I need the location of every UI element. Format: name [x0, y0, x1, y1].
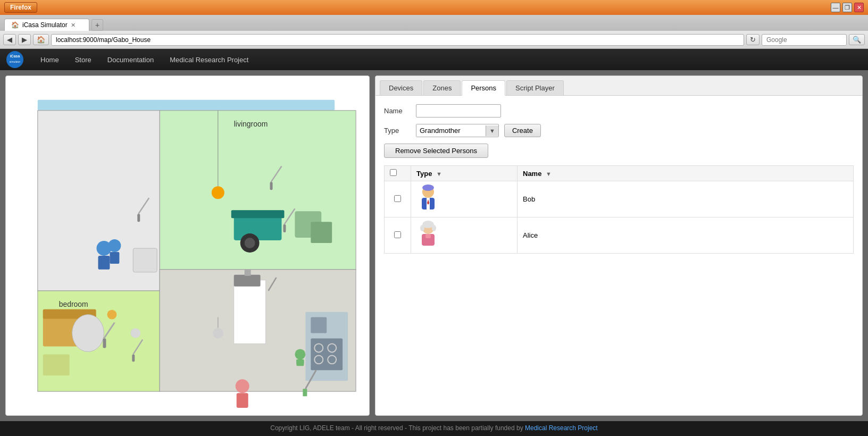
search-button[interactable]: 🔍 — [849, 34, 865, 45]
firefox-menu-button[interactable]: Firefox — [4, 2, 37, 13]
nav-documentation[interactable]: Documentation — [107, 56, 154, 64]
browser-titlebar: Firefox — ❐ ✕ — [0, 0, 868, 15]
svg-rect-17 — [311, 317, 327, 333]
name-input[interactable] — [416, 104, 501, 118]
create-button[interactable]: Create — [504, 124, 541, 137]
bob-name-cell: Bob — [518, 181, 854, 217]
svg-rect-35 — [245, 270, 251, 276]
type-select[interactable]: Grandmother Father Mother Child — [416, 124, 486, 137]
alice-name-cell: Alice — [518, 217, 854, 254]
livingroom-label: livingroom — [234, 120, 268, 128]
svg-point-27 — [212, 186, 224, 199]
svg-rect-51 — [132, 354, 135, 362]
home-button[interactable]: 🏠 — [33, 34, 49, 45]
footer-link[interactable]: Medical Research Project — [525, 424, 598, 432]
svg-rect-55 — [303, 389, 307, 396]
svg-point-38 — [108, 239, 121, 252]
svg-point-66 — [432, 225, 436, 231]
svg-rect-37 — [237, 393, 248, 408]
app-navbar: iCasa simulator Home Store Documentation… — [0, 49, 868, 70]
sort-name-icon: ▼ — [546, 171, 552, 177]
type-select-wrapper: Grandmother Father Mother Child ▼ — [416, 124, 499, 137]
window-controls: — ❐ ✕ — [831, 3, 864, 12]
svg-rect-18 — [311, 338, 343, 370]
svg-point-49 — [107, 310, 116, 320]
svg-point-59 — [422, 185, 434, 191]
footer: Copyright LIG, ADELE team - All right re… — [0, 421, 868, 436]
tab-persons[interactable]: Persons — [462, 80, 505, 96]
forward-button[interactable]: ▶ — [18, 34, 31, 45]
new-tab-button[interactable]: + — [91, 19, 103, 31]
svg-rect-57 — [296, 359, 304, 366]
svg-rect-34 — [234, 275, 261, 287]
nav-home[interactable]: Home — [40, 56, 59, 64]
browser-nav: ◀ ▶ 🏠 ↻ 🔍 — [0, 31, 868, 49]
alice-name: Alice — [523, 231, 538, 239]
remove-selected-button[interactable]: Remove Selected Persons — [384, 144, 488, 158]
svg-point-0 — [6, 51, 23, 68]
house-map-svg: livingroom bedroom — [6, 76, 369, 415]
col-header-check — [385, 166, 411, 181]
nav-store[interactable]: Store — [75, 56, 91, 64]
footer-text: Copyright LIG, ADELE team - All right re… — [270, 424, 525, 432]
svg-rect-31 — [98, 256, 110, 270]
svg-rect-3 — [38, 100, 335, 111]
tab-bar: 🏠 iCasa Simulator ✕ + — [0, 15, 868, 31]
table-header-row: Type ▼ Name ▼ — [385, 166, 854, 181]
nav-medical-research[interactable]: Medical Research Project — [170, 56, 248, 64]
svg-point-52 — [295, 349, 305, 359]
persons-panel-content: Name Type Grandmother Father Mother Chil… — [375, 96, 862, 262]
svg-point-36 — [236, 379, 249, 393]
tab-bar-panel: Devices Zones Persons Script Player — [375, 76, 862, 96]
table-row: Alice — [385, 217, 854, 254]
svg-rect-39 — [110, 252, 119, 264]
back-button[interactable]: ◀ — [3, 34, 16, 45]
persons-table: Type ▼ Name ▼ — [384, 165, 854, 254]
svg-rect-8 — [234, 280, 266, 344]
tab-title: iCasa Simulator — [22, 21, 68, 29]
bedroom-label: bedroom — [59, 300, 88, 308]
bob-checkbox-cell — [385, 181, 411, 217]
sort-type-icon: ▼ — [436, 171, 442, 177]
svg-point-65 — [420, 225, 424, 231]
bob-name: Bob — [523, 195, 535, 203]
maximize-button[interactable]: ❐ — [842, 3, 852, 12]
map-panel: livingroom bedroom — [5, 76, 370, 416]
col-header-name[interactable]: Name ▼ — [518, 166, 854, 181]
svg-rect-10 — [231, 210, 285, 218]
alice-checkbox[interactable] — [394, 231, 401, 238]
right-panel: Devices Zones Persons Script Player Name… — [375, 76, 863, 416]
name-form-row: Name — [384, 104, 854, 118]
tab-script-player[interactable]: Script Player — [506, 80, 564, 95]
tab-zones[interactable]: Zones — [423, 80, 461, 95]
svg-rect-43 — [270, 182, 273, 190]
bob-checkbox[interactable] — [394, 195, 401, 202]
chevron-down-icon[interactable]: ▼ — [486, 125, 498, 136]
address-bar[interactable] — [51, 34, 744, 46]
svg-rect-26 — [103, 338, 106, 348]
browser-tab[interactable]: 🏠 iCasa Simulator ✕ — [4, 19, 89, 31]
refresh-button[interactable]: ↻ — [746, 34, 760, 45]
type-form-row: Type Grandmother Father Mother Child ▼ C… — [384, 124, 854, 137]
svg-rect-12 — [311, 222, 332, 243]
minimize-button[interactable]: — — [831, 3, 840, 12]
svg-point-33 — [245, 238, 255, 248]
svg-text:simulator: simulator — [10, 60, 21, 63]
tab-devices[interactable]: Devices — [380, 80, 422, 95]
svg-rect-45 — [283, 224, 286, 232]
select-all-checkbox[interactable] — [390, 169, 397, 176]
svg-rect-41 — [137, 214, 140, 222]
alice-type-cell — [411, 217, 518, 254]
svg-point-48 — [131, 329, 140, 338]
svg-point-23 — [72, 315, 104, 352]
table-row: Bob — [385, 181, 854, 217]
close-button[interactable]: ✕ — [854, 3, 864, 12]
tab-close-button[interactable]: ✕ — [71, 22, 76, 29]
col-type-label: Type — [416, 170, 432, 178]
search-bar[interactable] — [762, 34, 847, 46]
tab-favicon: 🏠 — [11, 21, 19, 29]
col-name-label: Name — [523, 170, 541, 178]
svg-rect-68 — [425, 234, 431, 238]
alice-checkbox-cell — [385, 217, 411, 254]
col-header-type[interactable]: Type ▼ — [411, 166, 518, 181]
